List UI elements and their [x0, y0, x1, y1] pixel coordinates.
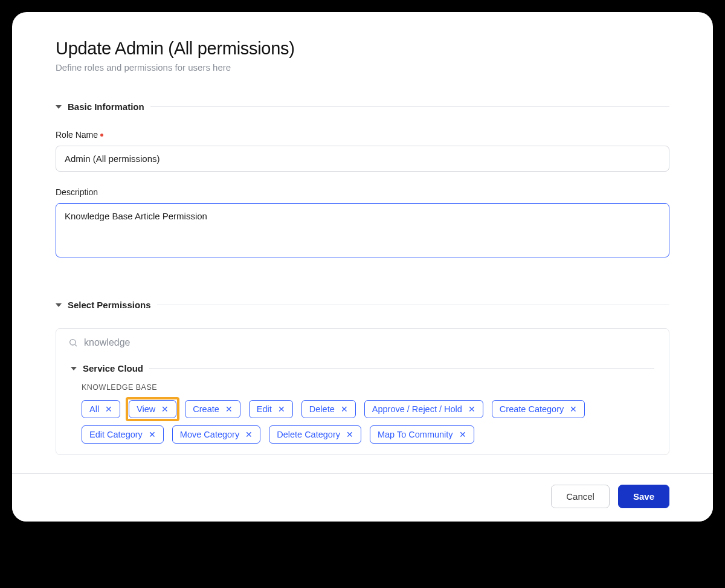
close-icon[interactable]: ✕ [346, 430, 353, 439]
section-basic-title: Basic Information [68, 102, 144, 112]
description-label: Description [56, 187, 669, 197]
role-editor-panel: Update Admin (All permissions) Define ro… [12, 12, 713, 522]
cancel-button[interactable]: Cancel [551, 485, 610, 508]
permission-chip[interactable]: View✕ [129, 400, 176, 418]
permission-chip[interactable]: All✕ [82, 400, 120, 418]
close-icon[interactable]: ✕ [570, 405, 577, 413]
permission-chip[interactable]: Map To Community✕ [370, 425, 474, 444]
divider [150, 106, 669, 107]
permission-search-input[interactable] [84, 337, 657, 348]
close-icon[interactable]: ✕ [278, 405, 285, 413]
close-icon[interactable]: ✕ [245, 430, 253, 439]
field-description: Description [56, 187, 669, 260]
chip-label: Delete [309, 404, 335, 414]
divider [149, 368, 654, 369]
footer-actions: Cancel Save [12, 473, 713, 522]
permission-chip[interactable]: Delete✕ [301, 400, 356, 418]
search-row [56, 329, 669, 357]
close-icon[interactable]: ✕ [341, 405, 348, 413]
permission-chip[interactable]: Create✕ [185, 400, 240, 418]
role-name-input[interactable] [56, 146, 669, 172]
chip-label: Delete Category [277, 430, 340, 439]
chip-label: All [89, 404, 99, 414]
knowledge-base-group: KNOWLEDGE BASE All✕View✕Create✕Edit✕Dele… [71, 383, 654, 444]
chevron-down-icon [71, 367, 77, 370]
svg-point-0 [70, 340, 76, 345]
permission-chips: All✕View✕Create✕Edit✕Delete✕Approve / Re… [82, 400, 654, 444]
close-icon[interactable]: ✕ [149, 430, 156, 439]
knowledge-base-label: KNOWLEDGE BASE [82, 383, 654, 392]
section-permissions-header[interactable]: Select Permissions [56, 300, 669, 310]
chip-label: View [137, 404, 155, 414]
chevron-down-icon [56, 303, 62, 307]
divider [157, 305, 669, 305]
role-name-label: Role Name [56, 130, 669, 140]
chevron-down-icon [56, 105, 62, 109]
chip-label: Create [193, 404, 219, 414]
save-button[interactable]: Save [618, 485, 669, 508]
permission-chip[interactable]: Edit Category✕ [82, 425, 164, 444]
required-indicator [100, 134, 103, 137]
chip-label: Create Category [500, 404, 564, 414]
permission-chip[interactable]: Move Category✕ [172, 425, 260, 444]
permissions-body: Service Cloud KNOWLEDGE BASE All✕View✕Cr… [56, 357, 669, 444]
chip-label: Edit Category [89, 430, 143, 439]
page-title: Update Admin (All permissions) [56, 39, 669, 59]
permission-chip[interactable]: Edit✕ [249, 400, 293, 418]
page-subtitle: Define roles and permissions for users h… [56, 62, 669, 73]
close-icon[interactable]: ✕ [161, 405, 169, 413]
chip-label: Map To Community [378, 430, 453, 439]
field-role-name: Role Name [56, 130, 669, 172]
section-permissions-title: Select Permissions [68, 300, 151, 310]
chip-label: Approve / Reject / Hold [372, 404, 462, 414]
close-icon[interactable]: ✕ [225, 405, 233, 413]
chip-label: Edit [257, 404, 272, 414]
svg-line-1 [75, 344, 77, 346]
close-icon[interactable]: ✕ [468, 405, 475, 413]
chip-label: Move Category [180, 430, 239, 439]
permission-chip[interactable]: Create Category✕ [492, 400, 585, 418]
close-icon[interactable]: ✕ [459, 430, 466, 439]
permissions-card: Service Cloud KNOWLEDGE BASE All✕View✕Cr… [56, 328, 669, 455]
search-icon [68, 338, 78, 347]
description-input[interactable] [56, 203, 669, 257]
service-cloud-header[interactable]: Service Cloud [71, 363, 654, 373]
service-cloud-title: Service Cloud [83, 363, 143, 373]
section-basic-header[interactable]: Basic Information [56, 102, 669, 112]
permission-chip[interactable]: Approve / Reject / Hold✕ [364, 400, 483, 418]
permission-chip[interactable]: Delete Category✕ [269, 425, 361, 444]
close-icon[interactable]: ✕ [105, 405, 112, 413]
